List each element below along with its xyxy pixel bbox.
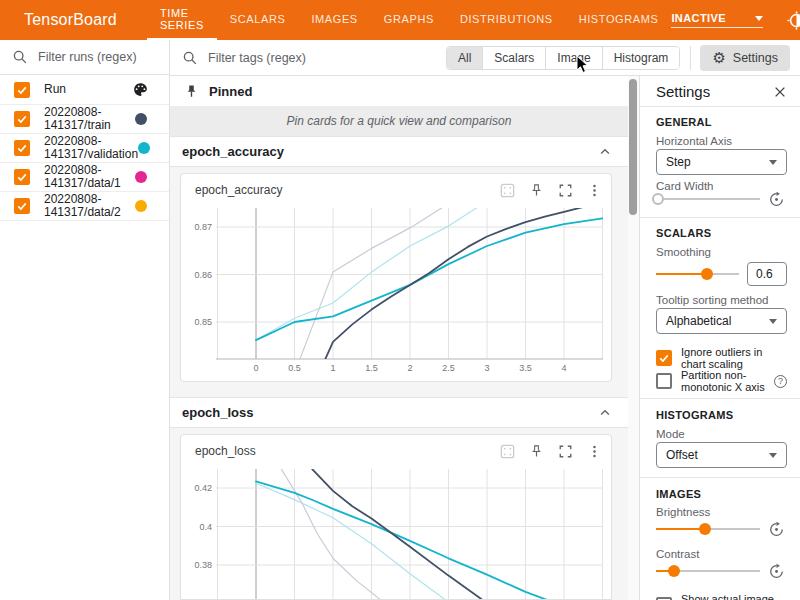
settings-panel-title: Settings bbox=[656, 83, 710, 100]
run-color-dot bbox=[135, 171, 147, 183]
filter-tags-input[interactable]: Filter tags (regex) bbox=[170, 50, 446, 66]
run-list-header: Run bbox=[0, 75, 169, 105]
run-label: 20220808-141317/data/2 bbox=[44, 193, 135, 219]
svg-text:0: 0 bbox=[253, 363, 258, 373]
chevron-up-icon[interactable] bbox=[598, 406, 612, 420]
partition-x-axis-checkbox[interactable] bbox=[656, 373, 672, 389]
close-icon[interactable] bbox=[773, 85, 787, 99]
pin-card-button[interactable] bbox=[527, 442, 545, 460]
filter-scalars-button[interactable]: Scalars bbox=[483, 47, 546, 69]
ignore-outliers-checkbox[interactable] bbox=[656, 350, 672, 366]
contrast-reset-button[interactable] bbox=[765, 561, 787, 581]
more-options-button[interactable] bbox=[585, 442, 603, 460]
kebab-menu-icon bbox=[587, 183, 602, 198]
smoothing-label: Smoothing bbox=[656, 246, 787, 258]
run-label: 20220808-141317/train bbox=[44, 106, 135, 132]
section-header-epoch-accuracy[interactable]: epoch_accuracy bbox=[170, 136, 628, 167]
card-width-slider[interactable] bbox=[656, 189, 760, 209]
chevron-up-icon[interactable] bbox=[598, 145, 612, 159]
tags-toolbar: Filter tags (regex) All Scalars Image Hi… bbox=[170, 40, 800, 76]
epoch-accuracy-chart[interactable]: 0.870.860.8500.511.522.533.54 bbox=[181, 204, 612, 379]
tab-distributions[interactable]: DISTRIBUTIONS bbox=[447, 0, 566, 40]
horizontal-axis-select[interactable]: Step bbox=[656, 149, 787, 175]
tab-time-series[interactable]: TIME SERIES bbox=[147, 0, 217, 40]
card-width-reset-button[interactable] bbox=[765, 189, 787, 209]
settings-panel: Settings GENERAL Horizontal Axis Step Ca… bbox=[639, 76, 800, 600]
select-all-runs-checkbox[interactable] bbox=[14, 82, 30, 98]
run-row-train[interactable]: 20220808-141317/train bbox=[0, 105, 169, 134]
gear-icon: ⚙ bbox=[712, 50, 725, 65]
scrollbar-thumb[interactable] bbox=[629, 79, 637, 215]
main-scrollbar[interactable] bbox=[628, 76, 639, 600]
tab-graphs[interactable]: GRAPHS bbox=[371, 0, 447, 40]
pin-icon bbox=[184, 84, 199, 99]
slider-thumb[interactable] bbox=[699, 523, 711, 535]
partition-x-axis-row[interactable]: Partition non-monotonic X axis ? bbox=[656, 369, 787, 393]
filter-histogram-button[interactable]: Histogram bbox=[603, 47, 680, 69]
run-row-validation[interactable]: 20220808-141317/validation bbox=[0, 134, 169, 163]
brightness-reset-button[interactable] bbox=[765, 519, 787, 539]
run-color-dot bbox=[135, 200, 147, 212]
contrast-slider[interactable] bbox=[656, 561, 760, 581]
brightness-slider[interactable] bbox=[656, 519, 760, 539]
tooltip-sorting-select[interactable]: Alphabetical bbox=[656, 308, 787, 334]
divider bbox=[640, 398, 800, 399]
pin-card-button[interactable] bbox=[527, 181, 545, 199]
tab-histograms[interactable]: HISTOGRAMS bbox=[566, 0, 672, 40]
palette-icon[interactable] bbox=[132, 81, 149, 98]
theme-toggle-button[interactable] bbox=[781, 5, 800, 35]
run-checkbox-data-2[interactable] bbox=[14, 198, 30, 214]
chevron-down-icon bbox=[769, 319, 777, 324]
divider bbox=[640, 477, 800, 478]
images-heading: IMAGES bbox=[656, 488, 787, 500]
svg-text:0.38: 0.38 bbox=[194, 560, 212, 570]
brightness-label: Brightness bbox=[656, 506, 787, 518]
tag-type-filter-group: All Scalars Image Histogram bbox=[446, 46, 680, 70]
histogram-mode-select[interactable]: Offset bbox=[656, 442, 787, 468]
help-icon[interactable]: ? bbox=[774, 375, 787, 388]
fullscreen-button[interactable] bbox=[556, 181, 574, 199]
smoothing-value-input[interactable]: 0.6 bbox=[747, 262, 787, 286]
status-value: INACTIVE bbox=[671, 12, 726, 24]
run-checkbox-train[interactable] bbox=[14, 111, 30, 127]
runs-sidebar: Filter runs (regex) Run 20220808-141317/… bbox=[0, 40, 170, 600]
fit-to-data-button[interactable] bbox=[498, 442, 516, 460]
chevron-down-icon bbox=[769, 453, 777, 458]
filter-all-button[interactable]: All bbox=[447, 47, 483, 69]
ignore-outliers-row[interactable]: Ignore outliers in chart scaling bbox=[656, 346, 787, 370]
show-actual-size-row[interactable]: Show actual image size bbox=[656, 593, 787, 600]
app-header: TensorBoard TIME SERIES SCALARS IMAGES G… bbox=[0, 0, 800, 40]
section-header-epoch-loss[interactable]: epoch_loss bbox=[170, 397, 628, 428]
filter-runs-placeholder: Filter runs (regex) bbox=[38, 50, 137, 64]
fit-domain-icon bbox=[499, 443, 516, 460]
settings-button[interactable]: ⚙ Settings bbox=[700, 45, 790, 71]
fit-to-data-button[interactable] bbox=[498, 181, 516, 199]
slider-thumb[interactable] bbox=[701, 268, 713, 280]
fullscreen-button[interactable] bbox=[556, 442, 574, 460]
run-row-data-2[interactable]: 20220808-141317/data/2 bbox=[0, 192, 169, 221]
card-title: epoch_accuracy bbox=[195, 183, 282, 197]
status-select[interactable]: INACTIVE bbox=[671, 12, 763, 28]
run-row-data-1[interactable]: 20220808-141317/data/1 bbox=[0, 163, 169, 192]
pinned-section-header: Pinned bbox=[170, 76, 628, 106]
more-options-button[interactable] bbox=[585, 181, 603, 199]
svg-text:0.5: 0.5 bbox=[288, 363, 301, 373]
fullscreen-icon bbox=[558, 183, 573, 198]
nav-tabs: TIME SERIES SCALARS IMAGES GRAPHS DISTRI… bbox=[147, 0, 671, 40]
slider-thumb[interactable] bbox=[668, 565, 680, 577]
epoch-loss-chart[interactable]: 0.420.40.380.36 bbox=[181, 465, 612, 600]
header-actions: INACTIVE ⚙ ? bbox=[671, 5, 800, 35]
divider bbox=[640, 106, 800, 107]
search-icon bbox=[182, 50, 198, 66]
filter-image-button[interactable]: Image bbox=[546, 47, 602, 69]
filter-runs-input[interactable]: Filter runs (regex) bbox=[0, 40, 169, 75]
run-checkbox-validation[interactable] bbox=[14, 140, 30, 156]
fit-domain-icon bbox=[499, 182, 516, 199]
tab-images[interactable]: IMAGES bbox=[298, 0, 370, 40]
svg-text:3: 3 bbox=[484, 363, 489, 373]
run-checkbox-data-1[interactable] bbox=[14, 169, 30, 185]
smoothing-slider[interactable] bbox=[656, 262, 739, 286]
reset-icon bbox=[768, 191, 785, 208]
slider-thumb[interactable] bbox=[652, 193, 664, 205]
tab-scalars[interactable]: SCALARS bbox=[217, 0, 299, 40]
